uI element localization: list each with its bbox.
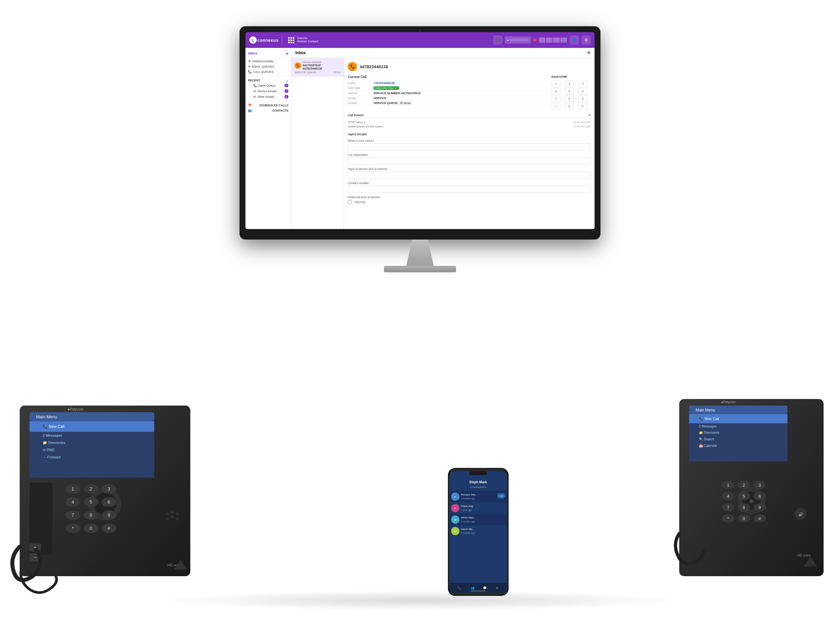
service-row: Service SERVICE NUMBER 441793378516 <box>348 91 546 96</box>
floor-shadow <box>158 591 682 610</box>
svg-text:2 Messages: 2 Messages <box>43 433 62 437</box>
dtmf-7[interactable]: 7 <box>551 95 561 102</box>
caller-label: Caller <box>348 81 371 85</box>
sales-queue-badge: 8 <box>284 84 289 87</box>
dtmf-4[interactable]: 4 <box>551 88 561 95</box>
svg-text:7: 7 <box>71 513 74 518</box>
filter-icon[interactable]: ⚙ <box>587 51 591 55</box>
phone-circle-icon: 📞 <box>348 62 357 71</box>
right-phone-svg: Main Menu 📞 New Call 2 Messages 📁 Direct… <box>673 373 830 596</box>
radio-morning[interactable] <box>348 200 352 204</box>
svg-text:Aaron Me...: Aaron Me... <box>461 527 474 531</box>
other-emails-label: Other Emails <box>257 95 274 98</box>
event-time-2: 11:49 04/12/20 <box>573 125 591 128</box>
svg-text:📁 Directories: 📁 Directories <box>43 441 66 445</box>
svg-text:→ Forward: → Forward <box>43 455 60 459</box>
svg-text:Main Menu: Main Menu <box>696 408 715 412</box>
divider1 <box>245 57 291 57</box>
script-input-4[interactable] <box>348 186 591 193</box>
sidebar-scheduled-calls[interactable]: 📅 SCHEDULED CALLS <box>245 103 291 107</box>
dtmf-1[interactable]: 1 <box>551 81 561 87</box>
svg-text:2: 2 <box>90 486 92 491</box>
svg-text:8: 8 <box>742 505 745 510</box>
mobile-phone: Steph Mark 4 connections R Richard Mar..… <box>446 466 510 599</box>
svg-text:3: 3 <box>758 483 761 488</box>
omnichannel-icon: 👁 <box>248 60 251 63</box>
signal-bar3 <box>553 38 560 43</box>
check-icon: ✓ <box>395 87 398 90</box>
sidebar-omnichannel[interactable]: 👁 OMNICHANNEL <box>245 59 291 64</box>
sidebar-contacts[interactable]: 👥 CONTACTS <box>245 107 291 113</box>
script-field-4: Contact number <box>348 182 591 193</box>
sidebar-recent[interactable]: RECENT ▲ <box>245 77 291 83</box>
queue-text: SERVICE QUEUE <box>373 101 398 105</box>
monitor-stand <box>400 240 440 266</box>
phone-right: Main Menu 📞 New Call 2 Messages 📁 Direct… <box>673 373 830 597</box>
dtmf-hash[interactable]: # <box>578 103 587 110</box>
svg-text:📞: 📞 <box>458 586 462 590</box>
svg-text:📅 Calendar: 📅 Calendar <box>699 444 717 448</box>
script-label-5: Preferred time of service <box>348 196 591 199</box>
dtmf-0[interactable]: 0 <box>565 103 574 110</box>
script-input-1[interactable] <box>348 144 591 151</box>
user-icon-btn[interactable]: 👤 <box>570 35 579 45</box>
call-events-label: Call Events <box>348 114 364 117</box>
svg-text:4 connections: 4 connections <box>470 486 486 489</box>
svg-text:⊘ DND: ⊘ DND <box>43 448 54 452</box>
sidebar-other-emails[interactable]: ✉ Other Emails 6 <box>251 94 291 99</box>
monitor-camera <box>419 30 421 32</box>
expand-icon[interactable]: ↗ <box>588 114 591 117</box>
queue-label: SERVICE QUEUE <box>295 71 316 74</box>
app-header: c connexus <box>245 32 595 48</box>
grid-dot <box>288 37 290 39</box>
app-body: INBOX ▶ 👁 OMNICHANNEL ✉ EMAIL QUEUES <box>245 48 595 229</box>
service-emails-label: Service Emails <box>257 90 277 93</box>
scene: c connexus <box>0 0 840 630</box>
svg-text:6: 6 <box>107 499 110 505</box>
left-phone-svg: Main Menu 📞 New Call 2 Messages 📁 Direct… <box>10 366 200 596</box>
call-info-table: Current Call Caller +447823448136 Call T… <box>348 75 546 110</box>
dtmf-2[interactable]: 2 <box>565 81 574 87</box>
script-input-3[interactable] <box>348 172 591 179</box>
svg-text:Call: Call <box>499 495 503 497</box>
grid-dot <box>291 39 292 41</box>
connexus-logo: c connexus <box>249 36 279 44</box>
call-queues-icon: 📞 <box>248 70 252 74</box>
svg-text:2: 2 <box>742 483 745 488</box>
svg-text:Steph Mark: Steph Mark <box>469 480 487 484</box>
svg-text:4: 4 <box>727 494 729 499</box>
dtmf-3[interactable]: 3 <box>578 81 587 87</box>
sidebar-sales-queue[interactable]: 📞 Sales Queue 8 <box>251 83 291 88</box>
call-item-active[interactable]: 📞 Service Number 44179337816 44782344813… <box>291 58 344 77</box>
svg-text:*: * <box>727 516 729 521</box>
svg-text:Main Menu: Main Menu <box>36 414 57 419</box>
timer-value: 00:04 <box>404 102 410 105</box>
phone-left: Main Menu 📞 New Call 2 Messages 📁 Direct… <box>10 366 200 597</box>
group-label: Group <box>348 96 371 100</box>
phone-icon: 📞 <box>253 84 257 87</box>
svg-text:*: * <box>72 526 74 531</box>
dtmf-8[interactable]: 8 <box>565 95 574 102</box>
event-text-2: Joined Queue: Service Queue <box>348 125 383 128</box>
sidebar-inbox[interactable]: INBOX ▶ <box>245 51 291 56</box>
sidebar-service-emails[interactable]: ✉ Service Emails 2 <box>251 88 291 94</box>
svg-rect-100 <box>450 478 507 491</box>
dtmf-5[interactable]: 5 <box>565 88 574 95</box>
settings-icon-btn[interactable]: ⚙ <box>581 35 591 45</box>
svg-text:🔊: 🔊 <box>798 512 803 517</box>
dtmf-star[interactable]: * <box>551 103 561 110</box>
sidebar-call-queues[interactable]: 📞 CALL QUEUES <box>245 69 291 74</box>
main-content: Inbox ⚙ 📞 Servi <box>291 48 595 229</box>
headset-icon-btn[interactable]: 🎧 <box>493 35 502 45</box>
sidebar-email-queues[interactable]: ✉ EMAIL QUEUES <box>245 64 291 69</box>
caller-row: Caller +447823448136 <box>348 81 546 86</box>
svg-text:⚙: ⚙ <box>496 586 499 590</box>
dtmf-6[interactable]: 6 <box>578 88 587 95</box>
monitor-frame: c connexus <box>240 26 600 240</box>
script-input-2[interactable] <box>348 158 591 165</box>
contacts-label: CONTACTS <box>272 109 289 112</box>
svg-text:Frank Ray: Frank Ray <box>461 505 473 508</box>
svg-text:📞 New Call: 📞 New Call <box>699 416 719 421</box>
svg-text:0: 0 <box>742 516 745 521</box>
dtmf-9[interactable]: 9 <box>578 95 587 102</box>
